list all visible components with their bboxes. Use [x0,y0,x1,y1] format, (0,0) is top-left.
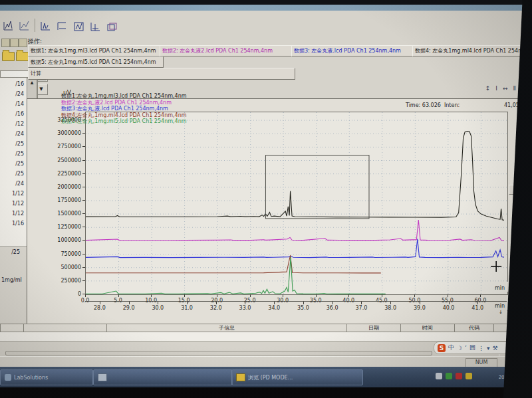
ime-tool-icon[interactable]: ☽ [457,345,462,351]
data-row-4[interactable]: 数据4: 左金丸1mg.ml4.lcd PDA Ch1 254nm,4nm [412,45,532,56]
results-table-body[interactable] [0,332,529,342]
x2-axis-line [85,301,507,302]
y-tick-label: 2750000 [37,144,81,149]
list-item[interactable]: /14 [0,99,25,109]
list-item[interactable]: 1/12 [0,189,25,199]
view-mode-icon-2[interactable] [10,39,19,47]
y-tick-label: 750000 [37,251,81,257]
data-row-3[interactable]: 数据3: 左金丸液.lcd PDA Ch1 254nm,4nm [291,45,416,56]
x2-tick-mark [477,302,478,304]
list-item[interactable]: 1/12 [0,209,25,219]
monitor-bezel-bottom [0,387,532,398]
col-blank-1 [0,324,24,332]
list-item[interactable]: /25 [0,169,25,179]
data-row-2[interactable]: 数据2: 左金丸液2.lcd PDA Ch1 254nm,4nm [160,45,295,56]
list-item[interactable]: /12 [0,119,25,129]
trace-数据2 [86,220,504,241]
data-row-5[interactable]: 数据5: 左金丸1mg.ml5.lcd PDA Ch1 254nm,4nm [28,56,164,68]
col-time[interactable]: 时间 [401,324,455,332]
split-pane-icon[interactable]: Ⅱ [513,85,515,96]
list-item[interactable]: /25 [0,139,25,149]
clock-time: 16:37 [477,369,525,375]
x-tick-mark [414,294,415,297]
toolbar-separator [35,19,35,32]
file-list-extra-item[interactable]: 1mg/ml [0,275,28,285]
x2-tick-label: 41.0 [466,305,489,311]
region-tool-icon[interactable] [72,20,86,34]
chart-toolbar: ↕ Ⅰ ↔ Ⅱ ☰ [466,85,527,96]
list-item[interactable]: /25 [0,149,25,159]
normalize-tool-icon[interactable] [55,19,69,33]
x2-tick-mark [245,302,245,304]
file-list-extra-item[interactable]: /25 [0,247,21,257]
zoom-selection-box[interactable] [265,155,369,219]
ime-tool-icon[interactable]: ’ [465,345,467,351]
edit-tool-icon[interactable] [17,19,31,33]
taskbar-button-1[interactable]: LabSolutions [0,369,93,385]
overlay-tool-icon[interactable] [105,21,119,35]
view-mode-icon-1[interactable] [1,39,10,47]
y-tick-label: 1250000 [37,224,81,230]
col-subinfo[interactable]: 子信息 [107,324,347,332]
list-item[interactable]: /24 [0,89,25,99]
taskbar-button-label: LabSolutions [14,375,48,381]
inten-value: 41,055 [493,102,523,108]
taskbar-button-label: 浏览 (PD MODE... [248,374,293,381]
tray-icon[interactable] [436,373,442,379]
x2-tick-mark [303,302,304,304]
tray-icon[interactable] [456,373,462,379]
scale-tool-icon[interactable] [88,20,102,34]
single-pane-icon[interactable]: Ⅰ [495,85,497,96]
tray-icon[interactable] [466,373,472,379]
col-code[interactable]: 代码 [455,324,494,332]
x2-tick-label: 29.0 [117,305,141,311]
list-item[interactable]: /25 [0,159,25,169]
ime-tool-icon[interactable]: ⚒ [492,345,497,351]
list-item[interactable]: /16 [0,109,25,119]
pane-handle-button[interactable] [509,185,519,195]
y-tick-mark [82,120,85,120]
chromatogram-plot[interactable] [85,112,508,295]
ime-tool-icon[interactable]: 囲 [469,344,475,352]
list-item[interactable]: 1/12 [0,199,25,209]
ime-tool-icon[interactable]: 中 [448,344,454,352]
taskbar-button-2[interactable] [93,369,233,385]
x2-tick-mark [129,302,130,304]
col-date[interactable]: 日期 [347,324,401,332]
ime-tool-icon[interactable]: ⋮ [478,345,484,351]
y-tick-mark [82,133,85,134]
list-item[interactable]: 1/16 [0,219,25,229]
sogou-logo-icon[interactable]: S [438,344,446,352]
axis-table-button-2[interactable]: ▤ [507,300,519,311]
x-tick-mark [184,294,185,297]
calc-row[interactable]: 计算 [28,68,295,80]
legend-entry: 数据1:左金丸,1mg.ml3.lcd PDA Ch1 254nm,4nm [61,93,187,100]
folder-icon-1[interactable] [2,52,15,61]
data-row-1[interactable]: 数据1: 左金丸1mg.ml3.lcd PDA Ch1 254nm,4nm [28,45,164,56]
desktop-top-strip [0,5,532,11]
window-icon [98,373,107,381]
time-label: Time: [406,102,420,108]
stack-view-icon[interactable]: ☰ [521,85,527,96]
y-tick-mark [82,227,85,227]
list-item[interactable]: /24 [0,129,25,139]
x2-tick-label: 30.0 [146,305,170,311]
list-item[interactable]: /24 [0,179,25,189]
axis-table-button-1[interactable]: ▤ [507,282,519,292]
zoom-tool-icon[interactable] [39,19,53,33]
ime-tool-icon[interactable]: ▾ [487,345,490,351]
report-tool-icon[interactable] [1,19,15,33]
expand-vertical-icon[interactable]: ↕ [485,85,491,96]
taskbar: LabSolutions 浏览 (PD MODE... 16:37 2019/1… [0,367,532,387]
system-tray [436,373,472,379]
tray-icon[interactable] [446,373,452,379]
y-tick-mark [82,146,85,147]
x-tick-mark [316,294,317,297]
expand-horizontal-icon[interactable]: ↔ [503,85,508,96]
x-tick-mark [480,294,481,297]
trace-数据3 [86,239,504,258]
list-item[interactable]: /16 [0,79,25,89]
x2-tick-label: 39.0 [408,305,432,311]
y-tick-mark [82,173,85,174]
taskbar-button-3[interactable]: 浏览 (PD MODE... [231,369,363,385]
